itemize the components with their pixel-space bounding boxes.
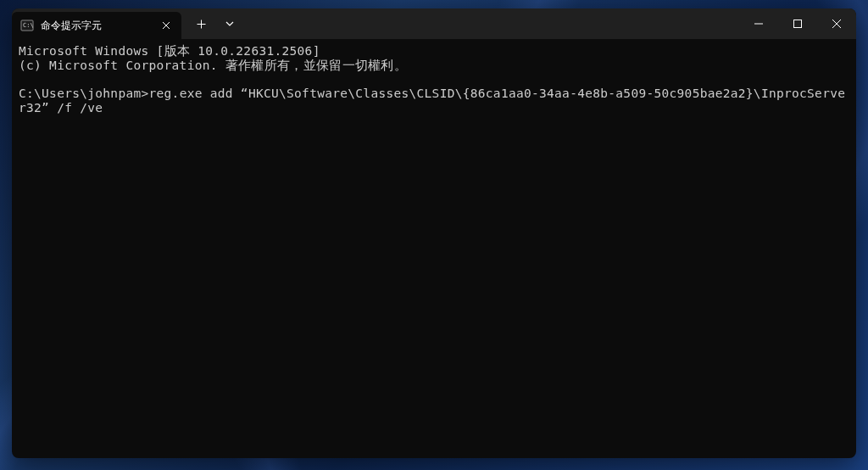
blank-line <box>19 72 849 87</box>
new-tab-button[interactable] <box>188 11 214 36</box>
terminal-window: C:\ 命令提示字元 <box>12 8 856 458</box>
svg-text:C:\: C:\ <box>23 22 34 29</box>
tab-controls <box>181 8 249 39</box>
prompt: C:\Users\johnpam> <box>19 87 149 100</box>
minimize-button[interactable] <box>739 8 778 39</box>
tab-title: 命令提示字元 <box>41 19 159 33</box>
window-controls <box>739 8 856 39</box>
command-line: C:\Users\johnpam>reg.exe add “HKCU\Softw… <box>19 87 849 115</box>
cmd-icon: C:\ <box>20 19 34 32</box>
tab-close-button[interactable] <box>159 19 173 32</box>
terminal-content[interactable]: Microsoft Windows [版本 10.0.22631.2506](c… <box>12 39 856 458</box>
svg-rect-7 <box>794 20 802 28</box>
output-line: Microsoft Windows [版本 10.0.22631.2506] <box>19 44 849 59</box>
close-button[interactable] <box>817 8 856 39</box>
titlebar-drag-area[interactable] <box>249 8 739 39</box>
tab-cmd[interactable]: C:\ 命令提示字元 <box>12 12 181 39</box>
titlebar: C:\ 命令提示字元 <box>12 8 856 39</box>
tab-dropdown-button[interactable] <box>217 11 242 36</box>
maximize-button[interactable] <box>778 8 817 39</box>
output-line: (c) Microsoft Corporation. 著作權所有，並保留一切權利… <box>19 59 849 73</box>
